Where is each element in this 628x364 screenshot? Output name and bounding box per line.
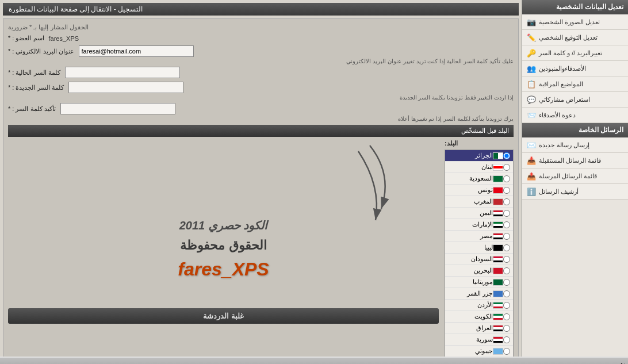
chat-button-label: غلبة الدردشة [203, 312, 244, 320]
email-label: عنوان البريد الالكتروني : * [8, 48, 74, 55]
email-field[interactable] [79, 45, 194, 57]
confirm-password-label: تأكيد كلمة السر : * [8, 105, 56, 113]
country-item[interactable]: السودان [445, 254, 513, 265]
country-flag [493, 152, 503, 159]
country-name: تونس [448, 186, 493, 194]
sidebar-item-archive[interactable]: أرشيف الرسائل ℹ️ [522, 184, 628, 200]
country-radio[interactable] [503, 210, 510, 217]
sidebar-item-friends[interactable]: الأصدقاءوالمنبوذين 👥 [522, 61, 628, 76]
country-name: سورية [448, 336, 493, 343]
country-flag [493, 233, 503, 240]
country-name: جيبوتي [448, 347, 493, 355]
country-flag [493, 279, 503, 286]
sidebar-item-label: تغييرالبريد // و كلمة السر [539, 49, 602, 57]
chat-button[interactable]: غلبة الدردشة [8, 308, 439, 324]
sidebar-item-change-password[interactable]: تغييرالبريد // و كلمة السر 🔑 [522, 45, 628, 61]
country-item[interactable]: الكويت [445, 311, 513, 323]
country-item[interactable]: المغرب [445, 196, 513, 208]
country-flag [493, 325, 503, 332]
country-radio[interactable] [503, 187, 510, 194]
country-flag [493, 290, 503, 297]
sidebar-item-label: دعوة الأصدقاء [539, 112, 576, 119]
country-item[interactable]: البحرين [445, 265, 513, 277]
country-radio[interactable] [503, 221, 510, 228]
brand-text: fares_XPS [178, 259, 269, 280]
country-item[interactable]: موريتانيا [445, 277, 513, 288]
country-flag [493, 198, 503, 205]
country-radio[interactable] [503, 313, 510, 320]
country-item[interactable]: ليبيا [445, 242, 513, 254]
current-password-field[interactable] [65, 67, 180, 78]
sent-icon: 📤 [527, 171, 536, 181]
current-password-label: كلمة السر الحالية : * [8, 69, 60, 76]
sidebar-item-posts[interactable]: استعراض مشاركاتي 💬 [522, 92, 628, 108]
country-radio[interactable] [503, 152, 510, 159]
country-section-header: البلد قبل المشخّص [8, 125, 514, 137]
country-flag [493, 348, 503, 355]
country-radio[interactable] [503, 198, 510, 205]
sidebar-item-inbox[interactable]: قائمة الرسائل المستقبلة 📥 [522, 153, 628, 168]
new-password-row: كلمة السر الجديدة : * [8, 82, 514, 93]
country-flag [493, 164, 503, 171]
required-note-row: الحقول المشار إليها بـ * ضرورية [8, 24, 514, 31]
country-flag [493, 336, 503, 343]
country-item[interactable]: الإمارات [445, 219, 513, 231]
code-text: الكود حصري 2011 [178, 219, 269, 232]
sidebar-item-edit-photo[interactable]: تعديل الصورة الشخصية 📷 [522, 14, 628, 30]
sidebar: تعديل البيانات الشخصية تعديل الصورة الشخ… [522, 0, 628, 357]
deco-area: الكود حصري 2011 الحقوق محفوظة fares_XPS … [8, 140, 439, 324]
friends-icon: 👥 [527, 64, 536, 73]
country-radio[interactable] [503, 336, 510, 343]
country-radio[interactable] [503, 302, 510, 309]
sidebar-item-sent[interactable]: قائمة الرسائل المرسلة 📤 [522, 168, 628, 184]
taskbar-text: Ai [619, 362, 625, 364]
country-item[interactable]: الأردن [445, 300, 513, 311]
country-radio[interactable] [503, 279, 510, 286]
country-item[interactable]: السعودية [445, 173, 513, 185]
country-radio[interactable] [503, 175, 510, 182]
country-flag [493, 244, 503, 251]
country-name: الكويت [448, 313, 493, 320]
country-item[interactable]: الجزائر [445, 150, 513, 162]
country-item[interactable]: سورية [445, 334, 513, 346]
country-selection-area: البلد: الجزائرلبنانالسعوديةتونسالمغربالي… [445, 140, 514, 357]
country-flag [493, 187, 503, 194]
country-radio[interactable] [503, 348, 510, 355]
country-list: الجزائرلبنانالسعوديةتونسالمغرباليمنالإما… [445, 150, 514, 357]
new-password-field[interactable] [68, 82, 183, 93]
username-label: اسم العضو : * [8, 35, 44, 42]
country-item[interactable]: العراق [445, 323, 513, 334]
country-item[interactable]: لبنان [445, 162, 513, 173]
sidebar-item-invite[interactable]: دعوة الأصدقاء 📨 [522, 108, 628, 123]
country-name: جزر القمر [448, 290, 493, 297]
country-flag [493, 256, 503, 263]
required-note: الحقول المشار إليها بـ * ضرورية [8, 24, 89, 31]
country-radio[interactable] [503, 233, 510, 240]
new-message-icon: ✉️ [527, 140, 536, 150]
country-item[interactable]: اليمن [445, 208, 513, 219]
country-radio[interactable] [503, 325, 510, 332]
taskbar: Ai [0, 357, 628, 364]
country-name: العراق [448, 324, 493, 332]
sidebar-item-label: استعراض مشاركاتي [539, 96, 590, 104]
sidebar-item-topics[interactable]: المواضيع المراقبة 📋 [522, 76, 628, 92]
country-flag [493, 313, 503, 320]
country-item[interactable]: مصر [445, 231, 513, 242]
country-radio[interactable] [503, 267, 510, 274]
country-item[interactable]: تونس [445, 185, 513, 196]
top-header: التسجيل - الانتقال إلى صفحة البيانات الم… [3, 3, 519, 16]
sidebar-item-edit-signature[interactable]: تعديل التوقيع الشخصي ✏️ [522, 30, 628, 45]
country-radio[interactable] [503, 244, 510, 251]
confirm-password-field[interactable] [60, 103, 175, 114]
country-item[interactable]: جيبوتي [445, 346, 513, 357]
country-radio[interactable] [503, 164, 510, 171]
country-radio[interactable] [503, 256, 510, 263]
country-name: مصر [448, 232, 493, 240]
sidebar-item-label: أرشيف الرسائل [539, 188, 579, 196]
sidebar-item-new-message[interactable]: إرسال رسالة جديدة ✉️ [522, 137, 628, 153]
archive-icon: ℹ️ [527, 187, 536, 196]
country-item[interactable]: جزر القمر [445, 288, 513, 300]
camera-icon: 📷 [527, 17, 536, 26]
sidebar-section-title-1: تعديل البيانات الشخصية [522, 0, 628, 14]
country-radio[interactable] [503, 290, 510, 297]
